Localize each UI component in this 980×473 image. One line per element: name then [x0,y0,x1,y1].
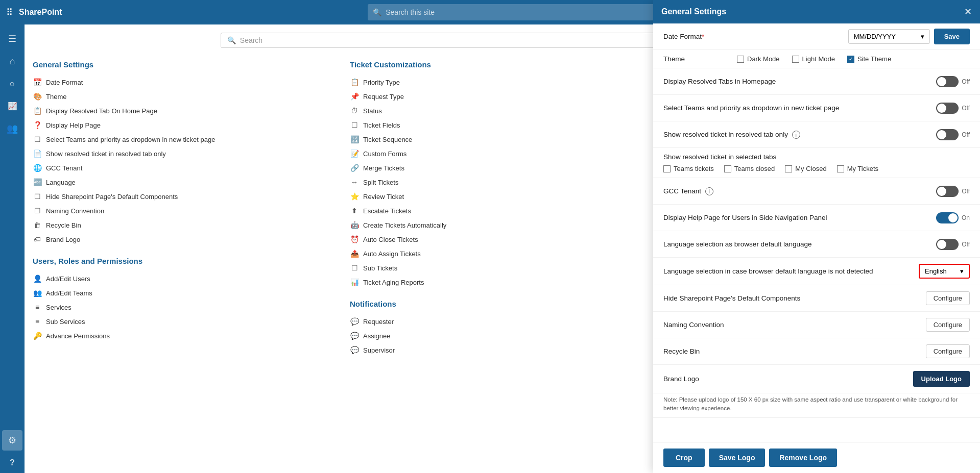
date-format-label: Date Format* [663,33,848,40]
top-search-input[interactable] [386,8,669,16]
info-icon-resolved[interactable]: i [792,131,800,139]
theme-dark-mode[interactable]: Dark Mode [737,55,780,63]
setting-resolved-tab[interactable]: 📋 Display Resolved Tab On Home Page [33,104,338,118]
sidebar-icon-menu[interactable]: ☰ [2,29,22,49]
display-resolved-toggle[interactable] [936,76,959,87]
setting-auto-close[interactable]: ⏰ Auto Close Tickets [350,232,655,246]
my-closed-option[interactable]: My Closed [785,165,826,172]
content-search-icon: 🔍 [227,36,236,44]
show-resolved-toggle[interactable] [936,129,959,140]
theme-light-mode[interactable]: Light Mode [792,55,835,63]
right-panel: General Settings ✕ Date Format* MM/DD/YY… [653,0,980,473]
setting-review-ticket[interactable]: ⭐ Review Ticket [350,189,655,204]
display-help-row: Display Help Page for Users in Side Navi… [653,205,980,231]
grid-icon[interactable]: ⠿ [6,7,13,18]
gcc-toggle[interactable] [936,186,959,197]
setting-language[interactable]: 🔤 Language [33,175,338,189]
top-search-container: 🔍 [368,4,674,20]
site-theme-checkbox[interactable]: ✓ [847,56,854,63]
setting-advance-permissions[interactable]: 🔑 Advance Permissions [33,329,338,343]
theme-site-theme[interactable]: ✓ Site Theme [847,55,891,63]
display-help-toggle[interactable] [936,212,959,223]
crop-button[interactable]: Crop [663,449,705,467]
setting-naming-convention[interactable]: ☐ Naming Convention [33,204,338,218]
save-logo-button[interactable]: Save Logo [709,449,766,467]
my-tickets-label: My Tickets [847,165,878,172]
dark-mode-checkbox[interactable] [737,56,744,63]
setting-auto-assign[interactable]: 📤 Auto Assign Tickets [350,246,655,261]
setting-supervisor[interactable]: 💬 Supervisor [350,343,655,357]
setting-split-tickets[interactable]: ↔ Split Tickets [350,175,655,189]
display-help-toggle-wrap: On [936,212,970,223]
setting-services[interactable]: ≡ Services [33,300,338,314]
info-icon-gcc[interactable]: i [705,187,713,195]
setting-request-type[interactable]: 📌 Request Type [350,89,655,104]
select-teams-status: Off [962,105,970,112]
teams-tickets-option[interactable]: Teams tickets [663,165,714,172]
my-tickets-checkbox[interactable] [837,165,844,172]
setting-date-format[interactable]: 📅 Date Format [33,75,338,89]
setting-requester[interactable]: 💬 Requester [350,314,655,329]
my-closed-checkbox[interactable] [785,165,792,172]
sub-tickets-icon: ☐ [350,264,359,272]
display-resolved-status: Off [962,78,970,85]
setting-ticket-fields[interactable]: ☐ Ticket Fields [350,118,655,132]
setting-add-teams[interactable]: 👥 Add/Edit Teams [33,286,338,300]
select-teams-toggle[interactable] [936,103,959,114]
close-icon[interactable]: ✕ [964,7,972,16]
sidebar-icon-people[interactable]: 👥 [2,118,22,139]
naming-convention-configure-button[interactable]: Configure [926,318,970,332]
lang-browser-toggle[interactable] [936,239,959,250]
setting-add-users[interactable]: 👤 Add/Edit Users [33,271,338,286]
teams-closed-option[interactable]: Teams closed [724,165,775,172]
setting-recycle-bin[interactable]: 🗑 Recycle Bin [33,218,338,232]
request-type-icon: 📌 [350,92,359,101]
setting-sub-services[interactable]: ≡ Sub Services [33,314,338,329]
resolved-tabs-options: Teams tickets Teams closed My Closed My … [663,165,970,172]
teams-closed-label: Teams closed [734,165,775,172]
sidebar-icon-help[interactable]: ? [2,453,22,473]
setting-ticket-aging[interactable]: 📊 Ticket Aging Reports [350,275,655,289]
setting-status[interactable]: ⏱ Status [350,104,655,118]
setting-show-resolved[interactable]: 📄 Show resolved ticket in resolved tab o… [33,146,338,161]
teams-tickets-checkbox[interactable] [663,165,671,172]
setting-hide-sharepoint[interactable]: ☐ Hide Sharepoint Page's Default Compone… [33,189,338,204]
sidebar-icon-home[interactable]: ⌂ [2,51,22,71]
my-tickets-option[interactable]: My Tickets [837,165,878,172]
setting-teams-priority[interactable]: ☐ Select Teams and priority as dropdown … [33,132,338,146]
setting-assignee[interactable]: 💬 Assignee [350,329,655,343]
lang-fallback-dropdown[interactable]: English ▾ [919,264,970,279]
show-resolved-icon: 📄 [33,150,42,158]
setting-brand-logo[interactable]: 🏷 Brand Logo [33,232,338,246]
setting-sub-tickets[interactable]: ☐ Sub Tickets [350,261,655,275]
sidebar-icon-chart[interactable]: 📈 [2,96,22,116]
supervisor-icon: 💬 [350,346,359,354]
setting-escalate-tickets[interactable]: ⬆ Escalate Tickets [350,204,655,218]
setting-theme[interactable]: 🎨 Theme [33,89,338,104]
setting-help-page[interactable]: ❓ Display Help Page [33,118,338,132]
teams-closed-checkbox[interactable] [724,165,731,172]
upload-logo-button[interactable]: Upload Logo [913,371,970,387]
setting-gcc-tenant[interactable]: 🌐 GCC Tenant [33,161,338,175]
setting-custom-forms[interactable]: 📝 Custom Forms [350,146,655,161]
recycle-bin-configure-button[interactable]: Configure [926,344,970,358]
setting-merge-tickets[interactable]: 🔗 Merge Tickets [350,161,655,175]
sidebar-icon-settings[interactable]: ⚙ [2,430,22,451]
recycle-bin-row: Recycle Bin Configure [653,338,980,365]
setting-create-auto[interactable]: 🤖 Create Tickets Automatically [350,218,655,232]
hide-sharepoint-configure-button[interactable]: Configure [926,291,970,305]
hide-sharepoint-row: Hide Sharepoint Page's Default Component… [653,285,980,312]
merge-icon: 🔗 [350,164,359,172]
resolved-tabs-row: Show resolved ticket in selected tabs Te… [653,148,980,178]
date-format-dropdown[interactable]: MM/DD/YYYY ▾ [848,29,930,44]
advance-perm-icon: 🔑 [33,332,42,340]
site-theme-label: Site Theme [857,55,891,63]
setting-ticket-sequence[interactable]: 🔢 Ticket Sequence [350,132,655,146]
create-auto-icon: 🤖 [350,221,359,229]
sidebar-icon-search[interactable]: ○ [2,73,22,94]
setting-priority-type[interactable]: 📋 Priority Type [350,75,655,89]
gcc-icon: 🌐 [33,164,42,172]
remove-logo-button[interactable]: Remove Logo [769,449,837,467]
light-mode-checkbox[interactable] [792,56,799,63]
save-button[interactable]: Save [934,29,970,44]
